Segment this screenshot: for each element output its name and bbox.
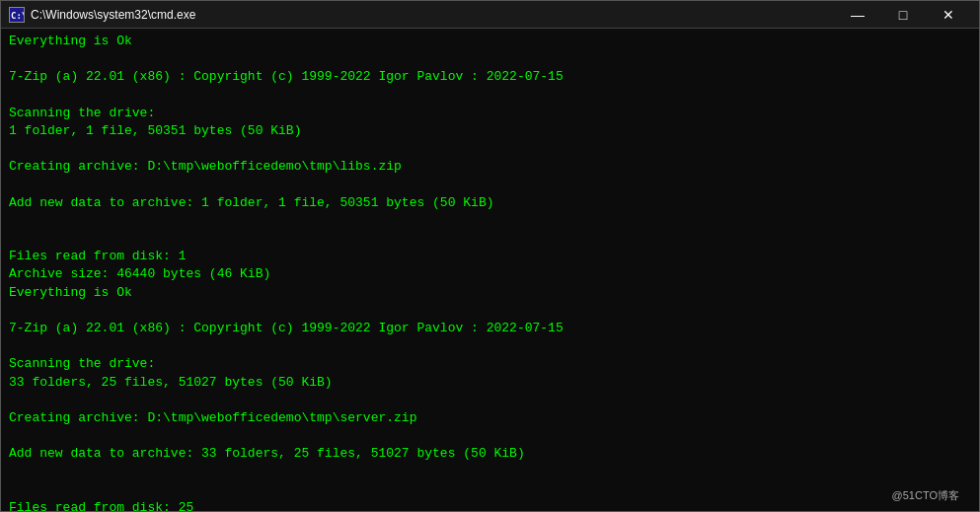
titlebar-left: C:\ C:\Windows\system32\cmd.exe xyxy=(9,7,195,23)
console-line xyxy=(9,392,971,409)
console-line xyxy=(9,337,971,355)
console-line: Add new data to archive: 33 folders, 25 … xyxy=(9,445,971,463)
titlebar-controls: — □ ✕ xyxy=(835,1,971,29)
console-line: Scanning the drive: xyxy=(9,105,971,122)
svg-text:C:\: C:\ xyxy=(11,11,24,21)
console-line: 1 folder, 1 file, 50351 bytes (50 KiB) xyxy=(9,122,971,140)
console-line: 7-Zip (a) 22.01 (x86) : Copyright (c) 19… xyxy=(9,68,971,86)
console-line: Creating archive: D:\tmp\webofficedemo\t… xyxy=(9,158,971,176)
console-line: Scanning the drive: xyxy=(9,355,971,373)
console-output: Everything is Ok7-Zip (a) 22.01 (x86) : … xyxy=(1,29,979,511)
console-line xyxy=(9,427,971,445)
console-line xyxy=(9,140,971,158)
console-line xyxy=(9,177,971,194)
console-line xyxy=(9,302,971,320)
cmd-icon: C:\ xyxy=(9,7,25,23)
console-line xyxy=(9,87,971,105)
console-line: Everything is Ok xyxy=(9,284,971,302)
console-line xyxy=(9,464,971,481)
console-line: Add new data to archive: 1 folder, 1 fil… xyxy=(9,194,971,212)
console-line xyxy=(9,481,971,499)
console-line: Files read from disk: 1 xyxy=(9,248,971,265)
maximize-button[interactable]: □ xyxy=(880,1,926,29)
console-line: 7-Zip (a) 22.01 (x86) : Copyright (c) 19… xyxy=(9,320,971,337)
window-title: C:\Windows\system32\cmd.exe xyxy=(31,8,195,22)
watermark: @51CTO博客 xyxy=(892,488,959,503)
console-line: Archive size: 46440 bytes (46 KiB) xyxy=(9,265,971,283)
console-line xyxy=(9,230,971,248)
titlebar: C:\ C:\Windows\system32\cmd.exe — □ ✕ xyxy=(1,1,979,29)
console-line: Everything is Ok xyxy=(9,33,971,50)
console-line: Creating archive: D:\tmp\webofficedemo\t… xyxy=(9,409,971,427)
cmd-window: C:\ C:\Windows\system32\cmd.exe — □ ✕ Ev… xyxy=(0,0,980,512)
minimize-button[interactable]: — xyxy=(835,1,880,29)
console-line: Files read from disk: 25 xyxy=(9,499,971,511)
console-text-block: Everything is Ok7-Zip (a) 22.01 (x86) : … xyxy=(9,33,971,511)
close-button[interactable]: ✕ xyxy=(926,1,971,29)
console-line xyxy=(9,50,971,68)
console-line: 33 folders, 25 files, 51027 bytes (50 Ki… xyxy=(9,374,971,392)
console-line xyxy=(9,212,971,230)
